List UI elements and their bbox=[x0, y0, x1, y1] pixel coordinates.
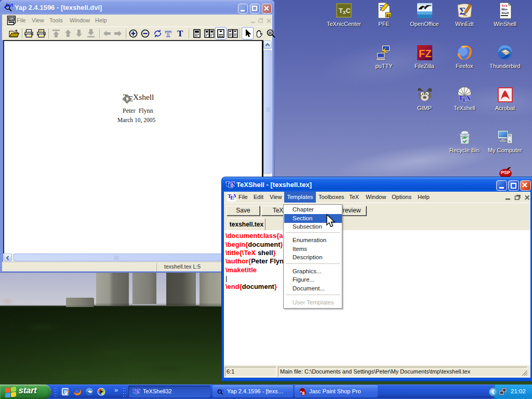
svg-text:TeX: TeX bbox=[501, 4, 508, 8]
svg-text:Win-: Win- bbox=[501, 8, 508, 11]
svg-text:32: 32 bbox=[386, 13, 391, 18]
svg-text:TEX: TEX bbox=[459, 95, 471, 103]
svg-text:T: T bbox=[177, 29, 183, 38]
svg-text:T: T bbox=[165, 29, 171, 39]
svg-text:Shell: Shell bbox=[501, 11, 509, 15]
svg-text:DVI: DVI bbox=[9, 18, 14, 21]
svg-text:PSP: PSP bbox=[501, 170, 510, 175]
svg-text:FZ: FZ bbox=[419, 48, 431, 59]
svg-text:TEX: TEX bbox=[225, 180, 235, 189]
svg-text:TEX: TEX bbox=[132, 388, 140, 395]
svg-text:8: 8 bbox=[302, 391, 305, 396]
